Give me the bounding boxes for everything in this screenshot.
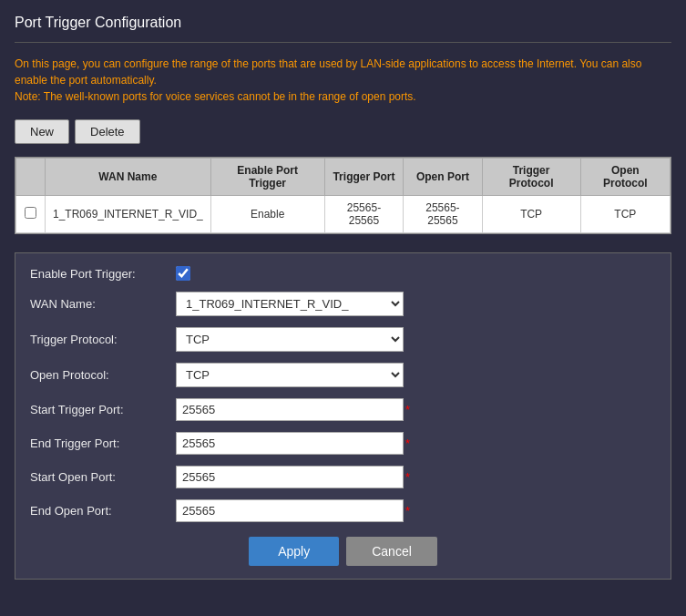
row-open-protocol: TCP xyxy=(580,196,670,233)
end-open-port-label: End Open Port: xyxy=(30,504,176,518)
end-trigger-port-label: End Trigger Port: xyxy=(30,436,176,450)
form-row-wan-name: WAN Name: 1_TR069_INTERNET_R_VID_ xyxy=(30,292,656,316)
col-enable-port-trigger: Enable Port Trigger xyxy=(210,159,324,196)
form-row-open-protocol: Open Protocol: TCP UDP TCP/UDP xyxy=(30,363,656,387)
table-row: 1_TR069_INTERNET_R_VID_ Enable 25565-255… xyxy=(16,196,671,233)
end-trigger-port-input[interactable] xyxy=(176,432,404,455)
enable-trigger-label: Enable Port Trigger: xyxy=(30,267,176,281)
row-trigger-protocol: TCP xyxy=(482,196,580,233)
col-open-port: Open Port xyxy=(404,159,482,196)
col-wan-name: WAN Name xyxy=(46,159,211,196)
form-container: Enable Port Trigger: WAN Name: 1_TR069_I… xyxy=(15,252,671,580)
cancel-button[interactable]: Cancel xyxy=(346,537,437,566)
end-open-port-input[interactable] xyxy=(176,499,404,522)
row-checkbox-cell xyxy=(16,196,46,233)
wan-name-select[interactable]: 1_TR069_INTERNET_R_VID_ xyxy=(176,292,404,316)
info-line1: On this page, you can configure the rang… xyxy=(15,57,641,87)
col-trigger-protocol: Trigger Protocol xyxy=(482,159,580,196)
row-enable: Enable xyxy=(210,196,324,233)
page-container: Port Trigger Configuration On this page,… xyxy=(0,0,686,616)
form-row-start-trigger-port: Start Trigger Port: * xyxy=(30,398,656,421)
form-row-start-open-port: Start Open Port: * xyxy=(30,466,656,488)
button-row: Apply Cancel xyxy=(30,537,656,566)
info-text: On this page, you can configure the rang… xyxy=(15,56,671,105)
end-trigger-port-required: * xyxy=(405,436,410,450)
start-trigger-port-input[interactable] xyxy=(176,398,404,421)
new-button[interactable]: New xyxy=(15,119,69,144)
row-open-port: 25565-25565 xyxy=(404,196,482,233)
open-protocol-label: Open Protocol: xyxy=(30,368,176,382)
form-row-end-trigger-port: End Trigger Port: * xyxy=(30,432,656,455)
table-wrapper: WAN Name Enable Port Trigger Trigger Por… xyxy=(15,157,671,234)
apply-button[interactable]: Apply xyxy=(249,537,339,566)
start-trigger-port-label: Start Trigger Port: xyxy=(30,403,176,416)
row-trigger-port: 25565-25565 xyxy=(324,196,404,233)
row-wan-name: 1_TR069_INTERNET_R_VID_ xyxy=(46,196,211,233)
col-trigger-port: Trigger Port xyxy=(324,159,404,196)
enable-port-trigger-checkbox[interactable] xyxy=(176,266,190,281)
delete-button[interactable]: Delete xyxy=(75,119,140,144)
col-checkbox xyxy=(16,159,46,196)
start-open-port-input[interactable] xyxy=(176,466,404,488)
table-header-row: WAN Name Enable Port Trigger Trigger Por… xyxy=(16,159,671,196)
row-checkbox[interactable] xyxy=(25,207,36,219)
info-line2: Note: The well-known ports for voice ser… xyxy=(15,90,416,103)
divider xyxy=(15,42,671,43)
page-title: Port Trigger Configuration xyxy=(15,15,671,31)
col-open-protocol: Open Protocol xyxy=(580,159,670,196)
trigger-protocol-select[interactable]: TCP UDP TCP/UDP xyxy=(176,327,404,352)
start-trigger-port-required: * xyxy=(405,403,410,416)
toolbar: New Delete xyxy=(15,119,671,144)
end-open-port-required: * xyxy=(405,504,410,518)
start-open-port-label: Start Open Port: xyxy=(30,470,176,484)
form-row-enable: Enable Port Trigger: xyxy=(30,266,656,281)
port-trigger-table: WAN Name Enable Port Trigger Trigger Por… xyxy=(15,158,671,233)
form-row-end-open-port: End Open Port: * xyxy=(30,499,656,522)
open-protocol-select[interactable]: TCP UDP TCP/UDP xyxy=(176,363,404,387)
start-open-port-required: * xyxy=(405,470,410,484)
wan-name-label: WAN Name: xyxy=(30,297,176,311)
trigger-protocol-label: Trigger Protocol: xyxy=(30,333,176,346)
form-row-trigger-protocol: Trigger Protocol: TCP UDP TCP/UDP xyxy=(30,327,656,352)
